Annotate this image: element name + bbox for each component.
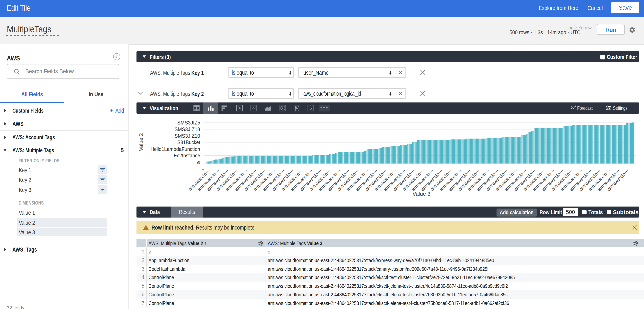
svg-text:Value 3: Value 3 xyxy=(412,191,430,197)
svg-text:⌀: ⌀ xyxy=(197,159,200,165)
svg-text:Hello1LambdaFunction: Hello1LambdaFunction xyxy=(150,146,200,152)
svg-text:S31Bucket: S31Bucket xyxy=(177,140,200,145)
svg-text:6: 6 xyxy=(310,106,312,111)
svg-text:Ec2Instance: Ec2Instance xyxy=(174,153,200,158)
svg-text:Value 2: Value 2 xyxy=(138,133,144,151)
svg-text:SMS3JIZ5: SMS3JIZ5 xyxy=(177,120,200,126)
svg-text:SMS3JIZ10: SMS3JIZ10 xyxy=(174,133,200,139)
svg-text:SMS3JIZ18: SMS3JIZ18 xyxy=(174,126,200,132)
